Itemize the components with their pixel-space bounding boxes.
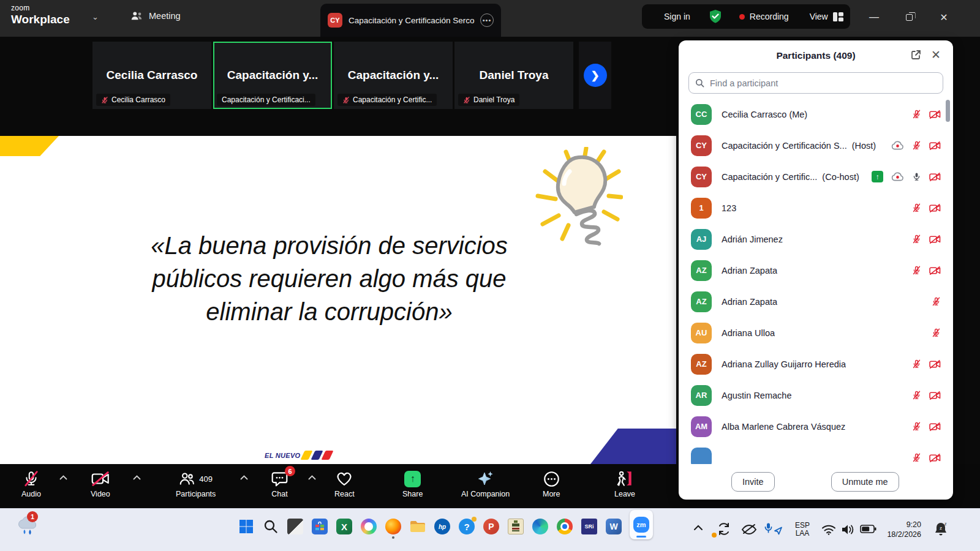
participant-row[interactable]: CC Cecilia Carrasco (Me) ↑ [679, 99, 953, 130]
participant-row[interactable]: CY Capacitación y Certificación S... (Ho… [679, 130, 953, 161]
close-button[interactable]: ✕ [937, 10, 951, 24]
security-shield-icon[interactable] [709, 9, 722, 24]
avatar: CY [691, 167, 712, 187]
video-options-caret[interactable] [133, 475, 141, 480]
weather-widget[interactable]: 1 [15, 516, 39, 538]
tab-meeting[interactable]: Meeting [130, 10, 181, 21]
participant-row[interactable]: AZ Adrian Zapata ↑ [679, 255, 953, 286]
excel-icon[interactable]: X [336, 518, 353, 535]
hp-icon[interactable]: hp [434, 518, 451, 535]
microsoft-store-icon[interactable] [311, 518, 328, 535]
start-button[interactable] [238, 518, 255, 535]
zoom-app-icon[interactable]: zm [630, 518, 653, 535]
chevron-down-icon[interactable]: ⌄ [92, 12, 99, 21]
tray-chevron-icon[interactable] [693, 525, 703, 531]
participant-row[interactable]: 1 123 ↑ [679, 192, 953, 223]
participant-search[interactable] [688, 72, 943, 94]
help-icon[interactable]: ? [458, 518, 475, 535]
muted-mic-icon [23, 470, 39, 488]
view-grid-icon[interactable] [833, 12, 843, 21]
close-panel-icon[interactable]: ✕ [931, 48, 941, 62]
restore-button[interactable] [902, 10, 916, 24]
volume-icon[interactable] [840, 523, 855, 536]
video-off-icon [929, 453, 941, 463]
taskbar-clock[interactable]: 9:20 18/2/2026 [881, 520, 921, 539]
video-tile[interactable]: Capacitación y... Capacitación y Certifi… [334, 42, 453, 109]
popout-icon[interactable] [911, 50, 921, 60]
tab-more-icon[interactable]: ••• [480, 13, 494, 27]
wifi-icon[interactable] [821, 524, 836, 535]
participant-name: Adrian Zapata [722, 297, 777, 307]
zoom-workplace-logo: zoom Workplace [11, 4, 70, 25]
privacy-eye-off-icon[interactable] [741, 523, 757, 535]
notifications-bell-icon[interactable]: zz [933, 522, 948, 538]
participant-row[interactable]: ↑ [679, 442, 953, 464]
tab-active-meeting[interactable]: CY Capacitación y Certificación Serco ••… [320, 4, 501, 37]
participant-name: Adriana Zullay Guijarro Heredia [722, 359, 846, 369]
search-icon[interactable] [262, 518, 279, 535]
minimize-button[interactable]: — [867, 10, 881, 24]
muted-mic-icon [912, 265, 921, 276]
react-button[interactable]: React [334, 470, 355, 498]
audio-button[interactable]: Audio [21, 470, 41, 498]
battery-icon[interactable] [860, 525, 876, 533]
video-tile[interactable]: Cecilia Carrasco Cecilia Carrasco [92, 42, 211, 109]
participant-name: Agustin Remache [722, 391, 791, 400]
scrollbar-thumb[interactable] [946, 100, 950, 122]
participants-options-caret[interactable] [240, 475, 248, 480]
copilot-icon[interactable] [360, 518, 377, 535]
muted-mic-icon [912, 203, 921, 213]
unmute-me-button[interactable]: Unmute me [831, 472, 899, 492]
zoom-meeting-window: zoom Workplace ⌄ Meeting CY Capacitación… [0, 0, 980, 551]
view-button[interactable]: View [810, 12, 828, 21]
video-tile[interactable]: Daniel Troya Daniel Troya [454, 42, 573, 109]
muted-mic-icon [932, 296, 941, 307]
mic-location-indicators[interactable] [764, 522, 783, 536]
participant-row[interactable]: CY Capacitación y Certific... (Co-host) … [679, 161, 953, 192]
avatar: CY [691, 135, 712, 156]
participants-list[interactable]: CC Cecilia Carrasco (Me) ↑ CY [679, 99, 953, 464]
chat-options-caret[interactable] [308, 475, 316, 480]
tab-meeting-label: Meeting [149, 11, 181, 21]
chat-icon: 6 [271, 470, 288, 488]
tile-name: Capacitación y... [348, 69, 439, 82]
sync-icon[interactable] [717, 522, 731, 536]
file-explorer-icon[interactable] [409, 518, 426, 535]
edge-icon[interactable] [532, 518, 549, 535]
time: 9:20 [881, 520, 921, 530]
participant-row[interactable]: AU Adriana Ulloa ↑ [679, 317, 953, 348]
participant-row[interactable]: AZ Adriana Zullay Guijarro Heredia ↑ [679, 348, 953, 380]
video-off-icon [91, 470, 110, 488]
sercop-logo-top: EL NUEVO [265, 451, 331, 460]
sign-in-button[interactable]: Sign in [664, 12, 690, 21]
video-button[interactable]: Video [91, 470, 110, 498]
participant-row[interactable]: AR Agustin Remache ↑ [679, 380, 953, 411]
tile-nameplate: Cecilia Carrasco [96, 94, 170, 106]
participants-button[interactable]: 409 Participants [176, 470, 216, 498]
sri-icon[interactable]: SRi [581, 518, 598, 535]
video-tile-active-speaker[interactable]: Capacitación y... Capacitación y Certifi… [213, 42, 332, 109]
chrome-icon[interactable] [556, 518, 573, 535]
participant-row[interactable]: AZ Adrian Zapata ↑ [679, 286, 953, 317]
title-bar: zoom Workplace ⌄ Meeting CY Capacitación… [0, 0, 980, 37]
video-off-icon [929, 359, 941, 369]
language-indicator[interactable]: ESP LAA [791, 522, 813, 538]
app-box-icon[interactable] [507, 518, 524, 535]
chat-button[interactable]: 6 Chat [271, 470, 288, 498]
firefox-icon[interactable] [385, 518, 402, 535]
powerpoint-icon[interactable]: P [483, 518, 500, 535]
ai-companion-button[interactable]: AI Companion [461, 470, 510, 498]
more-button[interactable]: More [543, 470, 560, 498]
next-page-button[interactable]: ❯ [584, 64, 607, 87]
participant-row[interactable]: AM Alba Marlene Cabrera Vásquez ↑ [679, 411, 953, 442]
leave-button[interactable]: Leave [614, 470, 635, 498]
desktop-app-icon[interactable] [287, 518, 304, 535]
share-button[interactable]: ↑ Share [402, 470, 423, 498]
participant-row[interactable]: AJ Adrián Jimenez ↑ [679, 223, 953, 255]
avatar: AM [691, 416, 712, 437]
audio-options-caret[interactable] [59, 475, 67, 480]
search-input[interactable] [709, 78, 937, 89]
word-icon[interactable]: W [605, 518, 622, 535]
invite-button[interactable]: Invite [731, 472, 775, 492]
slide-quote: «La buena provisión de servicios público… [0, 229, 658, 328]
